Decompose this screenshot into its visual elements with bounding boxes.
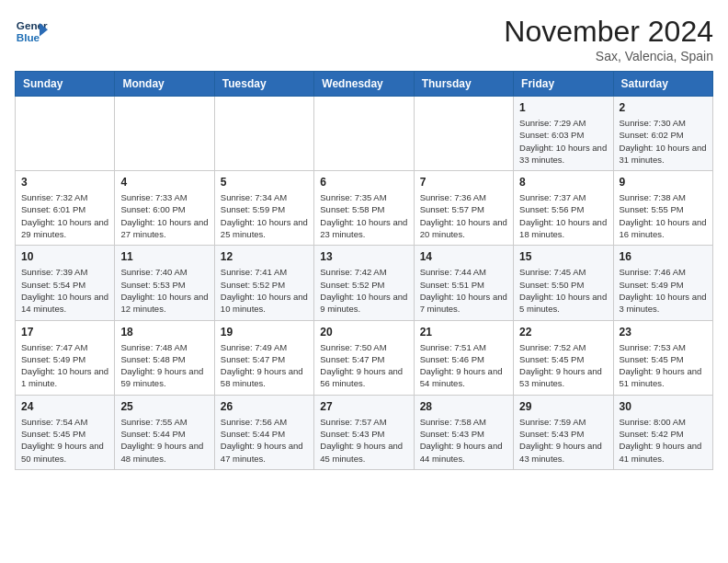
calendar-cell: 18Sunrise: 7:48 AM Sunset: 5:48 PM Dayli… xyxy=(115,320,214,395)
calendar-cell: 20Sunrise: 7:50 AM Sunset: 5:47 PM Dayli… xyxy=(314,320,414,395)
weekday-header-wednesday: Wednesday xyxy=(314,72,414,97)
day-number: 26 xyxy=(221,400,308,413)
calendar-cell: 5Sunrise: 7:34 AM Sunset: 5:59 PM Daylig… xyxy=(214,171,313,246)
day-number: 15 xyxy=(519,250,607,263)
day-number: 2 xyxy=(620,101,707,114)
day-info: Sunrise: 7:47 AM Sunset: 5:49 PM Dayligh… xyxy=(21,341,108,390)
calendar-cell xyxy=(115,97,214,171)
svg-text:Blue: Blue xyxy=(17,31,40,43)
day-info: Sunrise: 7:38 AM Sunset: 5:55 PM Dayligh… xyxy=(620,191,707,240)
day-info: Sunrise: 7:44 AM Sunset: 5:51 PM Dayligh… xyxy=(420,266,507,315)
day-info: Sunrise: 7:42 AM Sunset: 5:52 PM Dayligh… xyxy=(320,266,407,315)
day-number: 9 xyxy=(620,176,707,189)
day-info: Sunrise: 7:40 AM Sunset: 5:53 PM Dayligh… xyxy=(120,266,208,315)
day-number: 7 xyxy=(420,176,507,189)
weekday-header-monday: Monday xyxy=(115,72,214,97)
day-number: 11 xyxy=(120,250,208,263)
calendar-cell: 14Sunrise: 7:44 AM Sunset: 5:51 PM Dayli… xyxy=(414,246,513,320)
day-number: 18 xyxy=(120,326,208,339)
calendar-cell: 12Sunrise: 7:41 AM Sunset: 5:52 PM Dayli… xyxy=(214,246,313,320)
month-title: November 2024 xyxy=(504,15,713,49)
logo-icon: General Blue xyxy=(15,15,48,48)
calendar-cell: 17Sunrise: 7:47 AM Sunset: 5:49 PM Dayli… xyxy=(16,320,115,395)
day-info: Sunrise: 7:55 AM Sunset: 5:44 PM Dayligh… xyxy=(120,416,208,465)
calendar-cell: 21Sunrise: 7:51 AM Sunset: 5:46 PM Dayli… xyxy=(414,320,513,395)
title-area: November 2024 Sax, Valencia, Spain xyxy=(504,15,713,63)
calendar-cell xyxy=(414,97,513,171)
day-info: Sunrise: 7:35 AM Sunset: 5:58 PM Dayligh… xyxy=(320,191,407,240)
day-number: 4 xyxy=(120,176,208,189)
calendar-cell: 24Sunrise: 7:54 AM Sunset: 5:45 PM Dayli… xyxy=(16,395,115,469)
day-number: 17 xyxy=(21,326,108,339)
weekday-header-thursday: Thursday xyxy=(414,72,513,97)
calendar-cell: 4Sunrise: 7:33 AM Sunset: 6:00 PM Daylig… xyxy=(115,171,214,246)
day-info: Sunrise: 7:56 AM Sunset: 5:44 PM Dayligh… xyxy=(221,416,308,465)
day-info: Sunrise: 7:32 AM Sunset: 6:01 PM Dayligh… xyxy=(21,191,108,240)
day-number: 14 xyxy=(420,250,507,263)
day-number: 30 xyxy=(620,400,707,413)
calendar-cell: 3Sunrise: 7:32 AM Sunset: 6:01 PM Daylig… xyxy=(16,171,115,246)
calendar-table: SundayMondayTuesdayWednesdayThursdayFrid… xyxy=(15,71,713,470)
calendar-cell xyxy=(16,97,115,171)
weekday-header-tuesday: Tuesday xyxy=(214,72,313,97)
day-info: Sunrise: 7:52 AM Sunset: 5:45 PM Dayligh… xyxy=(519,341,607,390)
calendar-week-row: 24Sunrise: 7:54 AM Sunset: 5:45 PM Dayli… xyxy=(16,395,713,469)
day-number: 5 xyxy=(221,176,308,189)
day-number: 25 xyxy=(120,400,208,413)
calendar-cell: 1Sunrise: 7:29 AM Sunset: 6:03 PM Daylig… xyxy=(514,97,613,171)
calendar-week-row: 3Sunrise: 7:32 AM Sunset: 6:01 PM Daylig… xyxy=(16,171,713,246)
day-number: 29 xyxy=(519,400,607,413)
calendar-cell: 19Sunrise: 7:49 AM Sunset: 5:47 PM Dayli… xyxy=(214,320,313,395)
day-number: 13 xyxy=(320,250,407,263)
calendar-cell: 23Sunrise: 7:53 AM Sunset: 5:45 PM Dayli… xyxy=(613,320,712,395)
logo: General Blue xyxy=(15,15,48,48)
calendar-week-row: 17Sunrise: 7:47 AM Sunset: 5:49 PM Dayli… xyxy=(16,320,713,395)
calendar-cell: 9Sunrise: 7:38 AM Sunset: 5:55 PM Daylig… xyxy=(613,171,712,246)
day-number: 10 xyxy=(21,250,108,263)
calendar-cell: 27Sunrise: 7:57 AM Sunset: 5:43 PM Dayli… xyxy=(314,395,414,469)
day-number: 19 xyxy=(221,326,308,339)
calendar-cell: 25Sunrise: 7:55 AM Sunset: 5:44 PM Dayli… xyxy=(115,395,214,469)
day-info: Sunrise: 7:58 AM Sunset: 5:43 PM Dayligh… xyxy=(420,416,507,465)
weekday-header-row: SundayMondayTuesdayWednesdayThursdayFrid… xyxy=(16,72,713,97)
weekday-header-friday: Friday xyxy=(514,72,613,97)
day-number: 24 xyxy=(21,400,108,413)
day-info: Sunrise: 7:41 AM Sunset: 5:52 PM Dayligh… xyxy=(221,266,308,315)
day-info: Sunrise: 7:33 AM Sunset: 6:00 PM Dayligh… xyxy=(120,191,208,240)
day-info: Sunrise: 7:34 AM Sunset: 5:59 PM Dayligh… xyxy=(221,191,308,240)
day-number: 1 xyxy=(519,101,607,114)
day-info: Sunrise: 7:54 AM Sunset: 5:45 PM Dayligh… xyxy=(21,416,108,465)
calendar-cell: 22Sunrise: 7:52 AM Sunset: 5:45 PM Dayli… xyxy=(514,320,613,395)
day-number: 12 xyxy=(221,250,308,263)
day-number: 28 xyxy=(420,400,507,413)
calendar-cell: 29Sunrise: 7:59 AM Sunset: 5:43 PM Dayli… xyxy=(514,395,613,469)
weekday-header-sunday: Sunday xyxy=(16,72,115,97)
day-number: 22 xyxy=(519,326,607,339)
day-number: 20 xyxy=(320,326,407,339)
day-number: 23 xyxy=(620,326,707,339)
day-info: Sunrise: 7:57 AM Sunset: 5:43 PM Dayligh… xyxy=(320,416,407,465)
weekday-header-saturday: Saturday xyxy=(613,72,712,97)
day-info: Sunrise: 7:50 AM Sunset: 5:47 PM Dayligh… xyxy=(320,341,407,390)
calendar-cell: 15Sunrise: 7:45 AM Sunset: 5:50 PM Dayli… xyxy=(514,246,613,320)
location: Sax, Valencia, Spain xyxy=(504,49,713,63)
calendar-cell: 8Sunrise: 7:37 AM Sunset: 5:56 PM Daylig… xyxy=(514,171,613,246)
calendar-cell: 26Sunrise: 7:56 AM Sunset: 5:44 PM Dayli… xyxy=(214,395,313,469)
day-info: Sunrise: 8:00 AM Sunset: 5:42 PM Dayligh… xyxy=(620,416,707,465)
day-info: Sunrise: 7:39 AM Sunset: 5:54 PM Dayligh… xyxy=(21,266,108,315)
day-info: Sunrise: 7:45 AM Sunset: 5:50 PM Dayligh… xyxy=(519,266,607,315)
calendar-cell xyxy=(214,97,313,171)
calendar-cell: 30Sunrise: 8:00 AM Sunset: 5:42 PM Dayli… xyxy=(613,395,712,469)
day-info: Sunrise: 7:59 AM Sunset: 5:43 PM Dayligh… xyxy=(519,416,607,465)
day-info: Sunrise: 7:49 AM Sunset: 5:47 PM Dayligh… xyxy=(221,341,308,390)
day-info: Sunrise: 7:46 AM Sunset: 5:49 PM Dayligh… xyxy=(620,266,707,315)
day-info: Sunrise: 7:30 AM Sunset: 6:02 PM Dayligh… xyxy=(620,117,707,166)
day-number: 8 xyxy=(519,176,607,189)
day-number: 6 xyxy=(320,176,407,189)
calendar-cell: 13Sunrise: 7:42 AM Sunset: 5:52 PM Dayli… xyxy=(314,246,414,320)
page-header: General Blue November 2024 Sax, Valencia… xyxy=(15,15,713,63)
calendar-cell xyxy=(314,97,414,171)
calendar-cell: 2Sunrise: 7:30 AM Sunset: 6:02 PM Daylig… xyxy=(613,97,712,171)
day-info: Sunrise: 7:29 AM Sunset: 6:03 PM Dayligh… xyxy=(519,117,607,166)
day-info: Sunrise: 7:51 AM Sunset: 5:46 PM Dayligh… xyxy=(420,341,507,390)
